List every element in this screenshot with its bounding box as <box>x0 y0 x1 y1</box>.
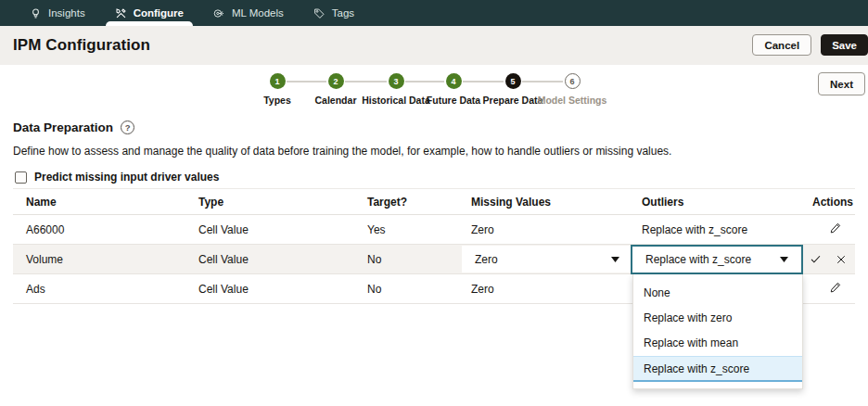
column-header-name: Name <box>13 196 185 209</box>
tag-icon <box>313 7 326 19</box>
predict-missing-checkbox-label: Predict missing input driver values <box>34 171 219 184</box>
outliers-select[interactable]: Replace with z_score <box>631 245 803 274</box>
step-indicator: 6 <box>565 73 581 89</box>
cell-target: No <box>354 253 458 266</box>
nav-item-label: Configure <box>134 7 184 19</box>
outliers-selected: Replace with z_score <box>645 253 751 266</box>
column-header-target: Target? <box>354 196 458 209</box>
step-indicator: 1 <box>270 73 286 89</box>
save-button[interactable]: Save <box>821 34 868 56</box>
step-indicator: 4 <box>446 73 462 89</box>
column-header-type: Type <box>185 196 354 209</box>
step-label: Model Settings <box>521 95 623 106</box>
cell-target: Yes <box>354 223 458 236</box>
edit-icon[interactable] <box>829 222 842 235</box>
step-indicator: 3 <box>389 73 404 89</box>
close-icon[interactable] <box>836 254 847 265</box>
table-header-row: Name Type Target? Missing Values Outlier… <box>13 188 855 215</box>
cell-name: Ads <box>13 283 185 296</box>
wizard-stepper: 1 Types 2 Calendar 3 Historical Data 4 F… <box>0 65 868 108</box>
edit-icon[interactable] <box>829 281 842 294</box>
dropdown-option-replace-with-mean[interactable]: Replace with mean <box>633 331 802 356</box>
nav-item-configure[interactable]: Configure <box>111 0 187 26</box>
cell-outliers: Replace with z_score <box>629 223 799 236</box>
chevron-down-icon <box>780 257 788 262</box>
predict-missing-checkbox-row: Predict missing input driver values <box>15 171 219 184</box>
cell-target: No <box>354 283 458 296</box>
nav-item-label: Insights <box>48 7 85 19</box>
column-header-missing-values: Missing Values <box>458 196 629 209</box>
cell-missing-values: Zero <box>458 223 629 236</box>
cell-type: Cell Value <box>185 223 354 236</box>
cell-name: Volume <box>13 253 185 266</box>
dropdown-option-replace-with-zero[interactable]: Replace with zero <box>633 306 802 331</box>
nav-item-ml-models[interactable]: ML Models <box>210 0 287 26</box>
table-row: A66000 Cell Value Yes Zero Replace with … <box>13 215 855 245</box>
section-title: Data Preparation <box>13 121 113 134</box>
step-model-settings[interactable]: 6 Model Settings <box>521 73 623 106</box>
cell-name: A66000 <box>13 223 185 236</box>
nav-item-label: ML Models <box>232 7 284 19</box>
step-indicator: 2 <box>328 73 344 89</box>
table-row-editing: Volume Cell Value No Zero Replace with z… <box>13 245 855 274</box>
outliers-dropdown-menu: None Replace with zero Replace with mean… <box>632 274 803 389</box>
ml-models-icon <box>213 7 225 19</box>
predict-missing-checkbox[interactable] <box>15 171 27 184</box>
column-header-actions: Actions <box>799 196 855 209</box>
column-header-outliers: Outliers <box>629 196 799 209</box>
lightbulb-icon <box>30 7 42 19</box>
top-nav: Insights Configure ML Models Tags <box>0 0 868 26</box>
help-icon[interactable]: ? <box>121 121 134 134</box>
page-title: IPM Configuration <box>13 36 150 55</box>
cell-missing-values: Zero <box>458 283 629 296</box>
page-header: IPM Configuration Cancel Save <box>0 26 868 65</box>
nav-item-label: Tags <box>332 7 354 19</box>
step-indicator: 5 <box>505 73 521 89</box>
next-button[interactable]: Next <box>818 72 865 95</box>
dropdown-option-none[interactable]: None <box>633 281 802 306</box>
nav-item-insights[interactable]: Insights <box>26 0 89 26</box>
missing-values-select[interactable]: Zero <box>462 246 631 273</box>
section-description: Define how to assess and manage the qual… <box>13 145 671 158</box>
chevron-down-icon <box>611 257 619 262</box>
dropdown-option-replace-with-z-score[interactable]: Replace with z_score <box>633 356 802 382</box>
missing-values-selected: Zero <box>475 253 498 266</box>
confirm-icon[interactable] <box>810 253 822 265</box>
cancel-button[interactable]: Cancel <box>752 34 811 56</box>
cell-type: Cell Value <box>185 253 354 266</box>
tools-icon <box>115 7 127 19</box>
nav-item-tags[interactable]: Tags <box>310 0 358 26</box>
cell-type: Cell Value <box>185 283 354 296</box>
